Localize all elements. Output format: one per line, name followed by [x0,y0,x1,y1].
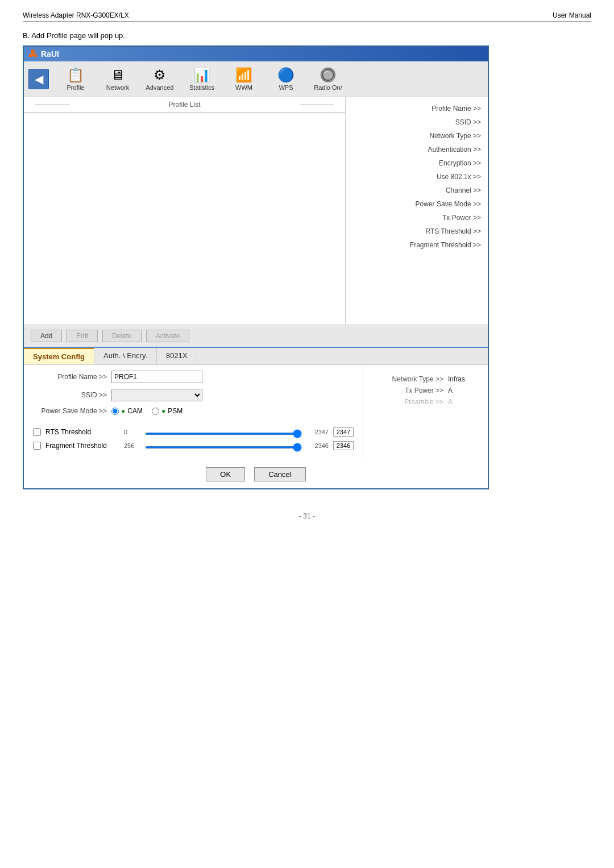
main-area: Profile List Profile Name >> SSID >> Net… [24,97,488,325]
toolbar-radio[interactable]: 🔘 Radio On/ [308,65,348,93]
rts-threshold-row: RTS Threshold 0 2347 [33,427,354,437]
info-ssid: SSID >> [352,115,481,129]
psm-label: PSM [168,407,182,415]
advanced-label: Advanced [146,84,174,91]
config-left: Profile Name >> SSID >> Power Save Mode … [24,365,363,460]
toolbar-wwm[interactable]: 📶 WWM [224,65,264,93]
ssid-select[interactable] [111,389,202,401]
header-left: Wireless Adapter RNX-G300EX/LX [23,11,129,19]
fragment-threshold-checkbox[interactable] [33,442,41,450]
raui-window: 🖧 RaUI ◀ 📋 Profile 🖥 Network ⚙ Advanced … [23,45,489,489]
info-network-type: Network Type >> [352,129,481,143]
page-number: - 31 - [299,512,315,520]
statistics-icon: 📊 [193,67,210,83]
fragment-threshold-slider[interactable] [145,446,302,448]
preamble-value: A [448,398,476,406]
info-authentication: Authentication >> [352,143,481,156]
window-title: RaUI [41,49,59,59]
info-panel: Profile Name >> SSID >> Network Type >> … [346,97,488,325]
psm-radio-item[interactable]: ● PSM [152,407,182,415]
info-use8021x: Use 802.1x >> [352,170,481,184]
psm-radio[interactable] [152,408,159,415]
statistics-label: Statistics [189,84,214,91]
rts-threshold-value[interactable] [333,427,354,437]
advanced-icon: ⚙ [154,67,166,83]
rts-slider-container [143,428,304,437]
profile-name-input[interactable] [111,371,202,383]
bottom-buttons: OK Cancel [24,460,488,488]
rts-threshold-min: 0 [124,429,138,435]
cancel-button[interactable]: Cancel [254,467,305,481]
info-profile-name: Profile Name >> [352,102,481,115]
power-save-label: Power Save Mode >> [33,407,107,415]
tab-8021x[interactable]: 8021X [157,348,197,364]
network-type-label: Network Type >> [392,375,444,383]
header-right: User Manual [553,11,591,19]
profile-name-row: Profile Name >> [33,371,354,383]
ssid-row: SSID >> [33,389,354,401]
header-product: Wireless Adapter [23,11,74,19]
toolbar: ◀ 📋 Profile 🖥 Network ⚙ Advanced 📊 Stati… [24,61,488,97]
profile-list-header: Profile List [24,97,345,113]
cam-radio[interactable] [111,408,119,415]
edit-button[interactable]: Edit [67,330,98,342]
info-fragment-threshold: Fragment Threshold >> [352,238,481,252]
toolbar-advanced[interactable]: ⚙ Advanced [140,65,180,93]
tx-power-label: Tx Power >> [405,387,443,394]
profile-list-content [24,113,345,238]
toolbar-statistics[interactable]: 📊 Statistics [182,65,222,93]
fragment-threshold-min: 256 [124,442,138,449]
page-header: Wireless Adapter RNX-G300EX/LX User Manu… [23,11,591,22]
power-save-row: Power Save Mode >> ● CAM ● PSM [33,407,354,415]
fragment-threshold-label: Fragment Threshold [45,442,119,450]
fragment-slider-container [143,442,304,450]
intro-text: B. Add Profile page will pop up. [23,31,591,40]
cam-radio-item[interactable]: ● CAM [111,407,143,415]
toolbar-wps[interactable]: 🔵 WPS [266,65,306,93]
wwm-label: WWM [235,84,252,91]
titlebar: 🖧 RaUI [24,47,488,61]
radio-label: Radio On/ [314,84,342,91]
info-rts-threshold: RTS Threshold >> [352,225,481,238]
network-type-value: Infras [448,375,476,383]
network-icon: 🖥 [111,67,125,83]
profile-label: Profile [67,84,84,91]
network-label: Network [106,84,129,91]
tab-auth-encry[interactable]: Auth. \ Encry. [94,348,157,364]
info-channel: Channel >> [352,184,481,197]
info-tx-power: Tx Power >> [352,211,481,225]
back-button[interactable]: ◀ [28,69,49,89]
rts-threshold-max: 2347 [309,429,329,435]
ok-button[interactable]: OK [206,467,245,481]
rts-threshold-checkbox[interactable] [33,428,41,436]
logo-icon: 🖧 [28,49,38,59]
action-bar: Add Edit Delete Activate [24,325,488,347]
profile-name-label: Profile Name >> [33,373,107,381]
power-save-radio-group: ● CAM ● PSM [111,407,182,415]
toolbar-network[interactable]: 🖥 Network [98,65,138,93]
profile-list-panel: Profile List [24,97,346,325]
info-encryption: Encryption >> [352,156,481,170]
page-footer: - 31 - [23,512,591,520]
fragment-threshold-max: 2346 [309,442,329,449]
preamble-row: Preamble >> A [375,398,476,406]
toolbar-profile[interactable]: 📋 Profile [56,65,96,93]
tx-power-value: A [448,387,476,394]
rts-threshold-slider[interactable] [145,433,302,435]
tx-power-row: Tx Power >> A [375,387,476,394]
activate-button[interactable]: Activate [146,330,190,342]
delete-button[interactable]: Delete [102,330,142,342]
network-type-row: Network Type >> Infras [375,375,476,383]
fragment-threshold-row: Fragment Threshold 256 2346 [33,441,354,450]
right-config-panel: Network Type >> Infras Tx Power >> A Pre… [370,371,481,414]
preamble-label: Preamble >> [404,398,443,406]
radio-icon: 🔘 [320,67,337,83]
add-button[interactable]: Add [31,330,62,342]
fragment-threshold-value[interactable] [333,441,354,450]
rts-threshold-label: RTS Threshold [45,428,119,436]
header-model: RNX-G300EX/LX [74,11,129,19]
cam-label: CAM [127,407,143,415]
info-power-save: Power Save Mode >> [352,197,481,211]
ssid-label: SSID >> [33,391,107,399]
tab-system-config[interactable]: System Config [24,348,94,364]
